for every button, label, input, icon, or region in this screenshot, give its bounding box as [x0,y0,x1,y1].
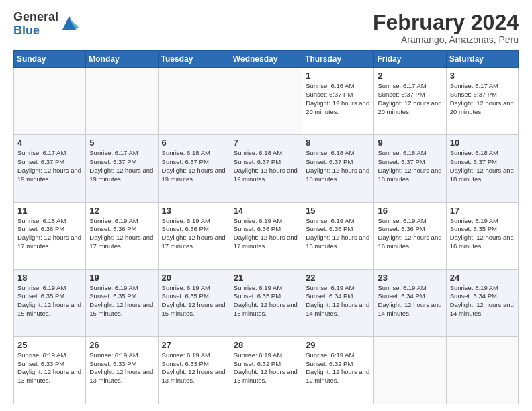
day-info: Sunrise: 6:19 AMSunset: 6:35 PMDaylight:… [17,284,82,318]
table-row: 25Sunrise: 6:19 AMSunset: 6:33 PMDayligh… [14,336,86,404]
day-number: 1 [306,71,370,81]
table-row: 8Sunrise: 6:18 AMSunset: 6:37 PMDaylight… [302,135,374,202]
table-row: 18Sunrise: 6:19 AMSunset: 6:35 PMDayligh… [14,269,86,336]
table-row [14,68,86,135]
day-info: Sunrise: 6:19 AMSunset: 6:36 PMDaylight:… [89,217,154,251]
table-row: 5Sunrise: 6:17 AMSunset: 6:37 PMDaylight… [86,135,158,202]
table-row [86,68,158,135]
table-row: 22Sunrise: 6:19 AMSunset: 6:34 PMDayligh… [302,269,374,336]
day-number: 17 [450,205,515,216]
day-number: 11 [17,205,82,216]
table-row: 23Sunrise: 6:19 AMSunset: 6:34 PMDayligh… [374,269,446,336]
header-tuesday: Tuesday [158,51,230,68]
day-number: 28 [234,340,298,350]
table-row: 16Sunrise: 6:19 AMSunset: 6:36 PMDayligh… [374,202,446,269]
day-number: 13 [162,205,226,216]
logo-text: General Blue [13,11,58,38]
table-row: 4Sunrise: 6:17 AMSunset: 6:37 PMDaylight… [14,135,86,202]
page: General Blue February 2024 Aramango, Ama… [0,0,532,411]
day-info: Sunrise: 6:19 AMSunset: 6:34 PMDaylight:… [306,284,370,318]
day-info: Sunrise: 6:19 AMSunset: 6:36 PMDaylight:… [162,217,226,251]
day-info: Sunrise: 6:18 AMSunset: 6:37 PMDaylight:… [306,149,370,183]
day-number: 29 [306,340,370,350]
day-info: Sunrise: 6:19 AMSunset: 6:32 PMDaylight:… [234,351,298,385]
day-info: Sunrise: 6:19 AMSunset: 6:36 PMDaylight:… [234,217,298,251]
table-row: 24Sunrise: 6:19 AMSunset: 6:34 PMDayligh… [446,269,518,336]
week-row: 4Sunrise: 6:17 AMSunset: 6:37 PMDaylight… [14,135,519,202]
day-number: 4 [17,138,82,148]
main-title: February 2024 [373,11,519,34]
calendar-header: Sunday Monday Tuesday Wednesday Thursday… [14,51,519,68]
calendar-body: 1Sunrise: 6:16 AMSunset: 6:37 PMDaylight… [14,68,519,404]
day-info: Sunrise: 6:17 AMSunset: 6:37 PMDaylight:… [17,149,82,183]
day-number: 10 [450,138,515,148]
table-row [374,336,446,404]
day-info: Sunrise: 6:19 AMSunset: 6:36 PMDaylight:… [378,217,442,251]
table-row: 26Sunrise: 6:19 AMSunset: 6:33 PMDayligh… [86,336,158,404]
day-info: Sunrise: 6:19 AMSunset: 6:36 PMDaylight:… [306,217,370,251]
week-row: 18Sunrise: 6:19 AMSunset: 6:35 PMDayligh… [14,269,519,336]
header-saturday: Saturday [446,51,518,68]
week-row: 25Sunrise: 6:19 AMSunset: 6:33 PMDayligh… [14,336,519,404]
day-number: 25 [17,340,82,350]
day-number: 18 [17,273,82,283]
table-row: 15Sunrise: 6:19 AMSunset: 6:36 PMDayligh… [302,202,374,269]
day-number: 2 [378,71,442,81]
day-info: Sunrise: 6:19 AMSunset: 6:33 PMDaylight:… [162,351,226,385]
day-number: 3 [450,71,515,81]
table-row: 11Sunrise: 6:18 AMSunset: 6:36 PMDayligh… [14,202,86,269]
table-row [446,336,518,404]
day-number: 27 [162,340,226,350]
day-number: 24 [450,273,515,283]
table-row [158,68,230,135]
table-row: 2Sunrise: 6:17 AMSunset: 6:37 PMDaylight… [374,68,446,135]
day-info: Sunrise: 6:18 AMSunset: 6:36 PMDaylight:… [17,217,82,251]
table-row: 7Sunrise: 6:18 AMSunset: 6:37 PMDaylight… [230,135,302,202]
day-number: 26 [89,340,154,350]
logo: General Blue [13,11,79,38]
day-info: Sunrise: 6:18 AMSunset: 6:37 PMDaylight:… [162,149,226,183]
day-number: 14 [234,205,298,216]
table-row: 13Sunrise: 6:19 AMSunset: 6:36 PMDayligh… [158,202,230,269]
logo-icon [60,13,79,32]
table-row: 14Sunrise: 6:19 AMSunset: 6:36 PMDayligh… [230,202,302,269]
logo-general: General [13,11,58,24]
table-row: 17Sunrise: 6:19 AMSunset: 6:35 PMDayligh… [446,202,518,269]
title-block: February 2024 Aramango, Amazonas, Peru [373,11,519,45]
header: General Blue February 2024 Aramango, Ama… [13,11,519,45]
week-row: 1Sunrise: 6:16 AMSunset: 6:37 PMDaylight… [14,68,519,135]
day-info: Sunrise: 6:19 AMSunset: 6:33 PMDaylight:… [89,351,154,385]
day-header-row: Sunday Monday Tuesday Wednesday Thursday… [14,51,519,68]
day-info: Sunrise: 6:19 AMSunset: 6:35 PMDaylight:… [234,284,298,318]
day-info: Sunrise: 6:17 AMSunset: 6:37 PMDaylight:… [89,149,154,183]
day-info: Sunrise: 6:19 AMSunset: 6:34 PMDaylight:… [450,284,515,318]
day-info: Sunrise: 6:19 AMSunset: 6:32 PMDaylight:… [306,351,370,385]
table-row: 1Sunrise: 6:16 AMSunset: 6:37 PMDaylight… [302,68,374,135]
day-number: 19 [89,273,154,283]
day-number: 12 [89,205,154,216]
day-number: 6 [162,138,226,148]
header-sunday: Sunday [14,51,86,68]
day-number: 22 [306,273,370,283]
logo-blue: Blue [13,24,58,38]
table-row: 29Sunrise: 6:19 AMSunset: 6:32 PMDayligh… [302,336,374,404]
header-wednesday: Wednesday [230,51,302,68]
day-info: Sunrise: 6:19 AMSunset: 6:35 PMDaylight:… [89,284,154,318]
table-row: 6Sunrise: 6:18 AMSunset: 6:37 PMDaylight… [158,135,230,202]
calendar: Sunday Monday Tuesday Wednesday Thursday… [13,50,519,404]
day-number: 15 [306,205,370,216]
day-number: 8 [306,138,370,148]
day-info: Sunrise: 6:19 AMSunset: 6:33 PMDaylight:… [17,351,82,385]
table-row: 3Sunrise: 6:17 AMSunset: 6:37 PMDaylight… [446,68,518,135]
day-info: Sunrise: 6:18 AMSunset: 6:37 PMDaylight:… [450,149,515,183]
day-number: 21 [234,273,298,283]
table-row: 28Sunrise: 6:19 AMSunset: 6:32 PMDayligh… [230,336,302,404]
table-row: 9Sunrise: 6:18 AMSunset: 6:37 PMDaylight… [374,135,446,202]
day-info: Sunrise: 6:17 AMSunset: 6:37 PMDaylight:… [450,82,515,116]
day-info: Sunrise: 6:19 AMSunset: 6:34 PMDaylight:… [378,284,442,318]
day-number: 23 [378,273,442,283]
header-friday: Friday [374,51,446,68]
week-row: 11Sunrise: 6:18 AMSunset: 6:36 PMDayligh… [14,202,519,269]
header-monday: Monday [86,51,158,68]
table-row: 20Sunrise: 6:19 AMSunset: 6:35 PMDayligh… [158,269,230,336]
